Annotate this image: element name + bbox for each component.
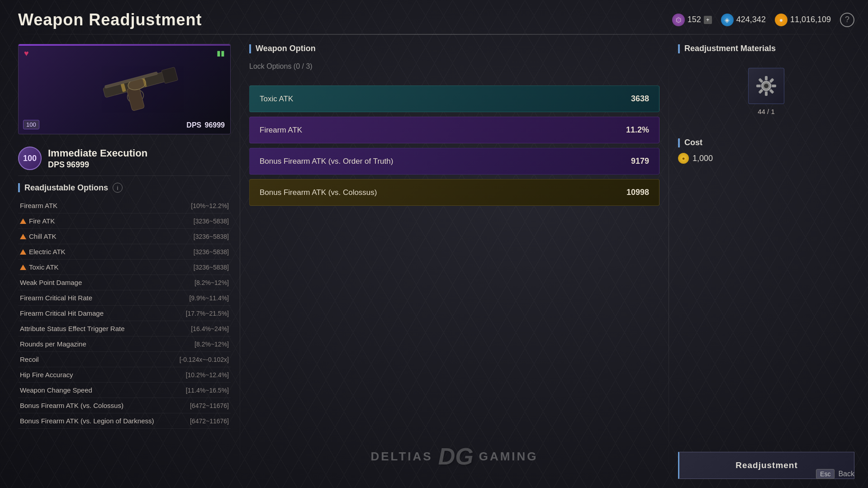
weapon-option-card-name: Bonus Firearm ATK (vs. Order of Truth) (260, 157, 393, 166)
option-name-text: Recoil (20, 355, 39, 363)
option-range: [6472~11676] (190, 417, 229, 425)
option-row: Recoil [-0.124x~-0.102x] (18, 352, 231, 367)
svg-rect-17 (758, 78, 763, 83)
option-range: [6472~11676] (190, 402, 229, 409)
weapon-name: Immediate Execution (48, 147, 147, 159)
option-row: Hip Fire Accuracy [10.2%~12.4%] (18, 367, 231, 383)
option-name-text: Firearm Critical Hit Rate (20, 294, 92, 302)
spacer (678, 173, 854, 443)
weapon-card-level-badge: 100 (23, 120, 39, 129)
option-range: [8.2%~12%] (194, 341, 229, 348)
option-name: Bonus Firearm ATK (vs. Legion of Darknes… (20, 417, 154, 425)
middle-right-divider (669, 44, 669, 479)
svg-point-9 (764, 84, 768, 88)
option-range: [3236~5838] (194, 264, 229, 271)
option-row: Firearm Critical Hit Rate [9.9%~11.4%] (18, 290, 231, 306)
option-row: Electric ATK [3236~5838] (18, 244, 231, 260)
purple-currency-icon: ⬡ (672, 14, 685, 26)
blue-currency-icon: ◈ (721, 14, 734, 26)
weapon-level-circle: 100 (18, 147, 42, 170)
info-icon-button[interactable]: i (113, 183, 123, 193)
warning-triangle-icon (20, 249, 26, 255)
option-row: Toxic ATK [3236~5838] (18, 260, 231, 275)
weapon-dps-line: DPS 96999 (48, 160, 147, 170)
weapon-option-card-name: Firearm ATK (260, 126, 302, 135)
svg-rect-10 (765, 76, 768, 81)
material-icon-box (748, 68, 784, 104)
watermark: DELTIAS DG GAMING (370, 443, 538, 470)
option-row: Firearm Critical Hit Damage [17.7%~21.5%… (18, 306, 231, 321)
weapon-option-card-name: Toxic ATK (260, 95, 293, 104)
option-row: Rounds per Magazine [8.2%~12%] (18, 336, 231, 352)
option-name: Hip Fire Accuracy (20, 371, 73, 379)
readjustable-options-header: Readjustable Options i (18, 183, 231, 193)
left-middle-divider (240, 44, 240, 479)
option-name-text: Fire ATK (29, 217, 55, 225)
weapon-name-block: Immediate Execution DPS 96999 (48, 147, 147, 170)
currency-item-blue: ◈ 424,342 (721, 14, 766, 26)
weapon-option-header: Weapon Option (249, 44, 659, 53)
option-range: [8.2%~12%] (194, 279, 229, 286)
weapon-card-dps-label: DPS (186, 121, 201, 129)
svg-rect-15 (758, 89, 763, 94)
materials-section: Readjustment Materials (678, 44, 854, 115)
add-purple-currency-button[interactable]: + (704, 16, 712, 24)
gold-coin-icon: ● (678, 153, 689, 164)
option-range: [10%~12.2%] (191, 202, 229, 209)
watermark-logo: DG (438, 443, 474, 470)
option-name: Weapon Change Speed (20, 386, 92, 394)
weapon-card: ♥ ▮▮ (18, 44, 231, 134)
options-list: Firearm ATK [10%~12.2%] Fire ATK [3236~5… (18, 198, 231, 479)
weapon-level-value: 100 (23, 154, 37, 163)
option-range: [10.2%~12.4%] (186, 371, 229, 379)
cost-value: 1,000 (693, 154, 713, 163)
weapon-option-card[interactable]: Firearm ATK 11.2% (249, 117, 659, 143)
favorite-icon: ♥ (24, 49, 29, 58)
option-name-text: Firearm Critical Hit Damage (20, 309, 104, 317)
option-name-text: Chill ATK (29, 232, 57, 240)
section-bar-cost (678, 138, 680, 147)
weapon-option-card[interactable]: Bonus Firearm ATK (vs. Order of Truth) 9… (249, 148, 659, 175)
cost-title: Cost (684, 138, 702, 147)
weapon-image (95, 58, 194, 114)
option-name-text: Weak Point Damage (20, 279, 82, 286)
weapon-option-card-value: 10998 (626, 188, 649, 197)
option-range: [9.9%~11.4%] (189, 294, 229, 302)
top-bar: Weapon Readjustment ⬡ 152 + ◈ 424,342 ● … (0, 0, 868, 34)
option-name-text: Toxic ATK (29, 263, 59, 271)
currency-purple-value: 152 (688, 15, 701, 24)
option-row: Bonus Firearm ATK (vs. Legion of Darknes… (18, 413, 231, 429)
option-name: Chill ATK (20, 232, 57, 240)
option-range: [3236~5838] (194, 248, 229, 256)
option-row: Firearm ATK [10%~12.2%] (18, 198, 231, 213)
option-name-text: Hip Fire Accuracy (20, 371, 73, 379)
option-range: [17.7%~21.5%] (186, 310, 229, 317)
section-bar-materials (678, 44, 680, 53)
weapon-option-card[interactable]: Bonus Firearm ATK (vs. Colossus) 10998 (249, 179, 659, 206)
option-name: Toxic ATK (20, 263, 59, 271)
materials-header: Readjustment Materials (678, 44, 854, 53)
esc-key: Esc (816, 469, 835, 479)
currency-bar: ⬡ 152 + ◈ 424,342 ● 11,016,109 ? (672, 13, 854, 27)
option-name: Firearm Critical Hit Rate (20, 294, 92, 302)
weapon-option-card[interactable]: Toxic ATK 3638 (249, 85, 659, 112)
material-gear-svg (754, 74, 779, 99)
weapon-card-accent (19, 44, 230, 46)
option-range: [16.4%~24%] (191, 325, 229, 332)
readjustable-options-panel: Readjustable Options i Firearm ATK [10%~… (18, 183, 231, 479)
svg-rect-12 (772, 85, 776, 87)
help-button[interactable]: ? (840, 13, 854, 27)
weapon-card-dps-value: 96999 (205, 121, 225, 129)
option-range: [3236~5838] (194, 233, 229, 240)
warning-triangle-icon (20, 218, 26, 224)
section-bar-accent (18, 183, 20, 192)
option-name-text: Electric ATK (29, 248, 66, 256)
weapon-dps-value-text: 96999 (66, 160, 89, 169)
weapon-options-list: Toxic ATK 3638 Firearm ATK 11.2% Bonus F… (249, 85, 659, 206)
currency-item-gold: ● 11,016,109 (775, 14, 831, 26)
option-name-text: Rounds per Magazine (20, 340, 86, 348)
watermark-left: DELTIAS (370, 450, 432, 464)
bars-icon: ▮▮ (217, 49, 225, 57)
option-name: Recoil (20, 355, 39, 363)
option-name: Rounds per Magazine (20, 340, 86, 348)
